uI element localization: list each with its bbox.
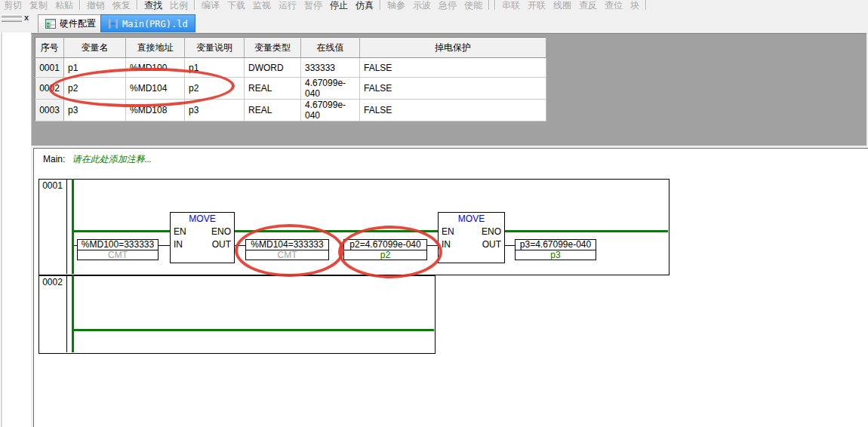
- tab-main-program[interactable]: Main(PRG).ld: [100, 14, 195, 32]
- operand-comment: CMT: [245, 250, 329, 260]
- cell-name[interactable]: p2: [64, 78, 126, 100]
- toolbar-button-redo[interactable]: 恢复: [109, 0, 134, 11]
- toolbar-button-pause[interactable]: 暂停: [300, 0, 326, 11]
- operand-name: p2: [343, 250, 427, 260]
- cell-type[interactable]: REAL: [245, 100, 301, 121]
- cell-address[interactable]: %MD100: [126, 58, 185, 78]
- table-row[interactable]: 0002 p2 %MD104 p2 REAL 4.67099e-040 FALS…: [35, 78, 546, 100]
- pin-in: IN: [442, 240, 451, 249]
- table-row[interactable]: 0003 p3 %MD108 p3 REAL 4.67099e-040 FALS…: [35, 100, 546, 121]
- toolbar-separator: [79, 0, 81, 10]
- toolbar-button-undo[interactable]: 撤销: [83, 0, 109, 11]
- rung-0001-box: [38, 179, 669, 275]
- cell-type[interactable]: REAL: [245, 78, 301, 100]
- operand-value: %MD100=333333: [77, 239, 159, 250]
- toolbar-button-paste[interactable]: 粘贴: [51, 0, 77, 11]
- cell-description[interactable]: p3: [185, 100, 245, 121]
- operand-box-p3[interactable]: p3=4.67099e-040 p3: [515, 239, 596, 260]
- toolbar-button-series-contact[interactable]: 串联: [498, 0, 524, 11]
- program-comment[interactable]: 请在此处添加注释...: [72, 154, 152, 164]
- tab-hardware-config[interactable]: 硬件配置: [38, 14, 103, 32]
- function-block-title: MOVE: [439, 214, 504, 224]
- cell-index[interactable]: 0003: [35, 100, 64, 121]
- toolbar-button-compile[interactable]: 编译: [198, 0, 223, 11]
- col-header-index[interactable]: 序号: [35, 38, 64, 58]
- toolbar-button-parallel-contact[interactable]: 开联: [524, 0, 549, 11]
- rung-number[interactable]: 0001: [38, 180, 66, 191]
- cell-type[interactable]: DWORD: [245, 58, 301, 78]
- operand-box-md100[interactable]: %MD100=333333 CMT: [77, 239, 159, 260]
- move-function-block-1[interactable]: MOVE EN ENO IN OUT: [170, 212, 235, 263]
- toolbar-button-negate[interactable]: 查反: [575, 0, 601, 11]
- power-wire: [72, 329, 434, 331]
- toolbar-button-scale[interactable]: 比例: [166, 0, 192, 11]
- cell-name[interactable]: p3: [64, 100, 126, 121]
- col-header-type[interactable]: 变量类型: [245, 38, 301, 58]
- toolbar-button-cut[interactable]: 剪切: [0, 0, 26, 11]
- toolbar-separator: [137, 0, 138, 10]
- toolbar-button-monitor[interactable]: 监视: [249, 0, 275, 11]
- col-header-retain[interactable]: 掉电保护: [360, 38, 546, 58]
- toolbar-button-axis-param[interactable]: 轴参: [383, 0, 409, 11]
- function-block-title: MOVE: [171, 214, 234, 224]
- cell-retain[interactable]: FALSE: [360, 78, 546, 100]
- move-function-block-2[interactable]: MOVE EN ENO IN OUT: [438, 212, 505, 263]
- power-rail: [72, 179, 74, 274]
- ladder-editor: Main: 请在此处添加注释... 0001 %MD100=333333 CMT…: [33, 148, 868, 427]
- operand-value: %MD104=333333: [245, 239, 329, 250]
- cell-address[interactable]: %MD108: [126, 100, 185, 121]
- toolbar-button-simulate[interactable]: 仿真: [352, 0, 377, 11]
- cell-retain[interactable]: FALSE: [360, 100, 546, 121]
- cell-address[interactable]: %MD104: [126, 78, 185, 100]
- cell-online-value[interactable]: 4.67099e-040: [301, 78, 360, 100]
- cell-online-value[interactable]: 333333: [301, 58, 360, 78]
- variable-table-panel: 序号 变量名 直接地址 变量说明 变量类型 在线值 掉电保护 0001 p1 %…: [31, 33, 866, 146]
- table-row[interactable]: 0001 p1 %MD100 p1 DWORD 333333 FALSE: [35, 58, 546, 78]
- operand-box-md104[interactable]: %MD104=333333 CMT: [245, 239, 329, 260]
- toolbar-button-oscilloscope[interactable]: 示波: [409, 0, 435, 11]
- toolbar-button-estop[interactable]: 急停: [435, 0, 460, 11]
- window-left-edge: [1, 32, 2, 427]
- toolbar-button-download[interactable]: 下载: [223, 0, 249, 11]
- toolbar-separator: [645, 0, 647, 10]
- col-header-name[interactable]: 变量名: [64, 38, 126, 58]
- plc-ide-window: 剪切 复制 粘贴 撤销 恢复 查找 比例 编译 下载 监视 运行 暂停 停止 仿…: [0, 0, 868, 427]
- cell-name[interactable]: p1: [64, 58, 126, 78]
- col-header-address[interactable]: 直接地址: [126, 38, 185, 58]
- toolbar-button-run[interactable]: 运行: [275, 0, 300, 11]
- toolbar-button-find[interactable]: 查找: [140, 0, 166, 11]
- toolbar-button-block[interactable]: 块: [626, 0, 643, 11]
- close-icon[interactable]: x: [24, 13, 29, 22]
- col-header-description[interactable]: 变量说明: [185, 38, 245, 58]
- ladder-program-icon: [108, 19, 119, 29]
- cell-online-value[interactable]: 4.67099e-040: [301, 100, 360, 121]
- col-header-online-value[interactable]: 在线值: [301, 38, 360, 58]
- toolbar-button-copy[interactable]: 复制: [26, 0, 51, 11]
- rung-number-separator: [66, 275, 67, 352]
- toolbar-separator: [194, 0, 195, 10]
- pin-out: OUT: [212, 240, 231, 249]
- operand-name: p3: [515, 250, 596, 260]
- tab-label-hardware: 硬件配置: [60, 17, 96, 30]
- cell-description[interactable]: p1: [185, 58, 245, 78]
- power-wire: [72, 230, 668, 232]
- toolbar-button-check-bit[interactable]: 查位: [601, 0, 626, 11]
- cell-retain[interactable]: FALSE: [360, 58, 546, 78]
- pin-eno: ENO: [482, 227, 501, 236]
- cell-index[interactable]: 0002: [35, 78, 64, 100]
- pin-in: IN: [174, 240, 183, 249]
- toolbar-separator: [494, 0, 496, 10]
- rung-number[interactable]: 0002: [38, 277, 66, 287]
- toolbar-button-enable[interactable]: 使能: [460, 0, 486, 11]
- toolbar-button-coil[interactable]: 线圈: [549, 0, 575, 11]
- cell-index[interactable]: 0001: [35, 58, 64, 78]
- dock-grip-handle[interactable]: [2, 14, 22, 23]
- toolbar-separator: [488, 0, 490, 10]
- cell-description[interactable]: p2: [185, 78, 245, 100]
- operand-box-p2[interactable]: p2=4.67099e-040 p2: [343, 239, 427, 260]
- table-header-row: 序号 变量名 直接地址 变量说明 变量类型 在线值 掉电保护: [35, 38, 546, 58]
- operand-value: p2=4.67099e-040: [343, 239, 427, 250]
- hardware-config-icon: [45, 19, 56, 29]
- pin-en: EN: [174, 227, 186, 236]
- toolbar-button-stop[interactable]: 停止: [326, 0, 352, 11]
